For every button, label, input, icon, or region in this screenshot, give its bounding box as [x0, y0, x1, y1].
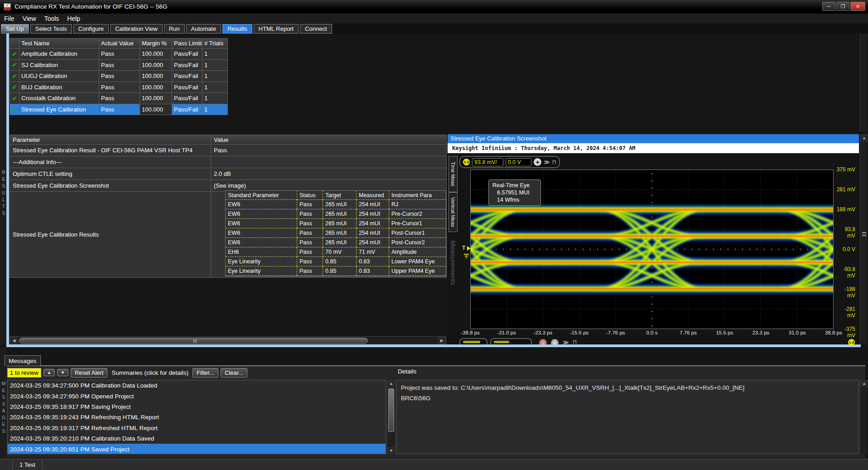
menu-item[interactable]: Tools	[40, 15, 63, 22]
tab[interactable]: Automate	[186, 24, 222, 34]
message-row[interactable]: 2024-03-25 09:34:27:500 PM Calibration D…	[8, 380, 386, 391]
table-row[interactable]: ✔ BUJ Calibration Pass 100.000 Pass/Fail…	[10, 82, 228, 93]
message-row[interactable]: 2024-03-25 09:34:27:950 PM Opened Projec…	[8, 391, 386, 401]
scrollbar-thumb[interactable]	[388, 388, 394, 432]
eye-annotation-box[interactable]: Real-Time Eye 6.57951 MUI 14 Wfms	[488, 179, 541, 206]
splitter-grip[interactable]	[862, 232, 866, 236]
maximize-button[interactable]: ❐	[836, 2, 849, 11]
cell-test-name: Crosstalk Calibration	[19, 93, 99, 104]
add-icon[interactable]: +	[534, 158, 541, 166]
tab[interactable]: Results	[222, 24, 252, 34]
table-row[interactable]: ✔ SJ Calibration Pass 100.000 Pass/Fail …	[10, 60, 228, 71]
vertical-offset-input[interactable]: 0.0 V	[506, 158, 531, 166]
menu-item[interactable]: View	[19, 15, 40, 22]
vertical-scale-input[interactable]: 93.8 mV/	[472, 158, 503, 166]
tab-messages[interactable]: Messages	[5, 355, 41, 366]
message-row[interactable]: 2024-03-25 09:35:20:851 PM Saved Project	[8, 444, 386, 454]
expand-chevrons-icon[interactable]: ≫	[544, 159, 550, 165]
table-row[interactable]: ✔ Crosstalk Calibration Pass 100.000 Pas…	[10, 93, 228, 104]
tab[interactable]: Select Tests	[30, 24, 72, 34]
subtable-row[interactable]: EW6 Pass 265 mUI 254 mUI Post-Cursor2	[226, 238, 446, 247]
upper-scrollbar-track[interactable]	[860, 34, 868, 131]
clear-button[interactable]: Clear...	[221, 368, 247, 378]
results-dock-label[interactable]: RESULTS	[1, 170, 6, 217]
subtable-row[interactable]: EW6 Pass 265 mUI 254 mUI Pre-Cursor2	[226, 209, 446, 219]
scroll-up-icon[interactable]: ▲	[860, 134, 868, 141]
subtable-row[interactable]: Eye Linearity Pass 0.85 0.83 Upper PAM4 …	[226, 266, 446, 276]
pin-icon[interactable]: ⊓	[552, 159, 556, 165]
x-axis-label: -31.0 ps	[488, 330, 525, 336]
review-alert-badge[interactable]: 1 to review	[7, 368, 41, 378]
message-row[interactable]: 2024-03-25 09:35:19:243 PM Refreshing HT…	[8, 412, 386, 422]
tab[interactable]: Configure	[73, 24, 109, 34]
col-parameter[interactable]: Parameter	[10, 135, 211, 145]
subtable-row[interactable]: EH6 Pass 70 mV 71 mV Amplitude	[226, 247, 446, 257]
channel-badge[interactable]: 1-3	[463, 159, 470, 165]
parameter-row[interactable]: Stressed Eye Calibration Result - OIF CE…	[10, 145, 446, 156]
summaries-label: Summaries (click for details)	[110, 369, 190, 376]
parameter-row[interactable]: Optimum CTLE setting 2.0 dB	[10, 168, 446, 180]
table-row[interactable]: ✔ Amplitude Calibration Pass 100.000 Pas…	[10, 48, 228, 60]
filter-button[interactable]: Filter...	[193, 368, 218, 378]
cell-trials: 1	[203, 71, 228, 82]
col-margin[interactable]: Margin %	[140, 39, 172, 48]
details-label: Details	[398, 368, 416, 375]
pin-icon[interactable]: ⊓	[573, 339, 577, 344]
scroll-left-icon[interactable]: ◀	[10, 337, 18, 344]
message-row[interactable]: 2024-03-25 09:35:19:317 PM Refreshed HTM…	[8, 423, 386, 433]
scrollbar-thumb[interactable]	[19, 338, 368, 344]
scroll-right-icon[interactable]: ▶	[438, 337, 446, 344]
messages-scrollbar[interactable]: ▲ ▼	[387, 380, 395, 454]
col-test-name[interactable]: Test Name	[19, 39, 99, 48]
col-value[interactable]: Value	[211, 135, 447, 145]
tab[interactable]: Set Up	[1, 24, 29, 34]
single-icon[interactable]	[551, 339, 559, 344]
tab[interactable]: HTML Report	[254, 24, 299, 34]
x-axis-label: 31.0 ps	[779, 330, 815, 336]
messages-dock-label[interactable]: MESSAGES	[1, 381, 6, 435]
cell-target: 265 mUI	[323, 219, 357, 228]
messages-list: 2024-03-25 09:34:27:500 PM Calibration D…	[7, 380, 386, 454]
tab-time-meas[interactable]: Time Meas	[448, 156, 458, 192]
run-stop-icon[interactable]	[539, 339, 547, 344]
menu-item[interactable]: File	[0, 15, 19, 22]
tab-vertical-meas[interactable]: Vertical Meas	[448, 192, 458, 232]
pass-check-icon: ✔	[10, 82, 19, 93]
scroll-up-icon[interactable]: ▲	[860, 380, 868, 387]
table-row[interactable]: ✔ Stressed Eye Calibration Pass 100.000 …	[10, 104, 228, 116]
message-row[interactable]: 2024-03-25 09:35:20:210 PM Calibration D…	[8, 433, 386, 444]
next-alert-button[interactable]: ▼	[57, 369, 68, 376]
message-row[interactable]: 2024-03-25 09:35:18:917 PM Saving Projec…	[8, 402, 386, 412]
chevrons-icon[interactable]: ≫	[563, 339, 569, 344]
cell-parameter: Optimum CTLE setting	[10, 168, 211, 180]
right-scrollbar[interactable]: ▲	[860, 134, 868, 344]
tab[interactable]: Run	[164, 24, 185, 34]
menu-item[interactable]: Help	[63, 15, 84, 22]
minimize-button[interactable]: ─	[822, 2, 835, 11]
thumb-grip	[193, 339, 197, 343]
channel-badge[interactable]: 1-3	[848, 339, 855, 346]
scroll-up-icon[interactable]: ▲	[387, 380, 395, 387]
close-button[interactable]: ✕	[850, 2, 865, 11]
col-trials[interactable]: # Trials	[203, 39, 228, 48]
parameter-row[interactable]: ---Additional Info---	[10, 156, 446, 168]
subtable-row[interactable]: EW6 Pass 265 mUI 254 mUI RJ	[226, 200, 446, 209]
subtable-row[interactable]: EW6 Pass 265 mUI 254 mUI Pre-Cursor1	[226, 219, 446, 228]
prev-alert-button[interactable]: ▲	[43, 369, 55, 376]
col-actual-value[interactable]: Actual Value	[99, 39, 140, 48]
trigger-marker[interactable]: T	[462, 245, 465, 251]
y-axis-label: 0.0 V	[835, 246, 858, 252]
subtable-row[interactable]: EW6 Pass 265 mUI 254 mUI Post-Cursor1	[226, 228, 446, 238]
reset-alert-button[interactable]: Reset Alert	[71, 368, 108, 378]
tab[interactable]: Calibration View	[110, 24, 163, 34]
scroll-down-icon[interactable]: ▼	[387, 447, 395, 454]
subtable-row[interactable]: Eye Linearity Pass 0.85 0.83 Lower PAM4 …	[226, 257, 446, 266]
col-pass-limits[interactable]: Pass Limits	[172, 39, 203, 48]
table-row[interactable]: ✔ UUGJ Calibration Pass 100.000 Pass/Fai…	[10, 71, 228, 82]
cell-instrument-parameter: Pre-Cursor1	[389, 219, 446, 228]
cell-target: 265 mUI	[323, 200, 357, 209]
horizontal-scrollbar[interactable]: ◀ ▶	[10, 336, 446, 344]
subtable-body: EW6 Pass 265 mUI 254 mUI RJ EW6 Pass 265…	[226, 200, 446, 276]
details-scrollbar[interactable]: ▲	[860, 380, 868, 454]
tab[interactable]: Connect	[300, 24, 332, 34]
